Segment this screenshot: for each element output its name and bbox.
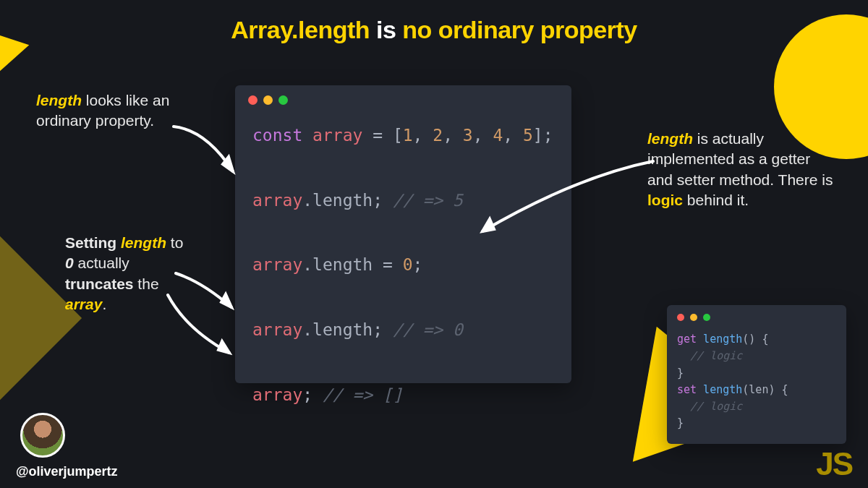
maximize-icon (278, 95, 288, 105)
annotation-right: length is actually implemented as a gett… (647, 129, 835, 210)
annotation-text: the (134, 275, 159, 292)
minimize-icon (263, 95, 273, 105)
page-title: Array.length is no ordinary property (0, 16, 868, 44)
code-block-small: get length() { // logic } set length(len… (667, 321, 846, 442)
minimize-icon (690, 314, 697, 321)
annotation-highlight: length (36, 92, 82, 108)
annotation-text: actually (74, 254, 129, 271)
arrow-icon (161, 289, 240, 361)
window-controls (235, 85, 571, 105)
annotation-text: behind it. (683, 192, 749, 208)
arrow-icon (166, 119, 246, 184)
annotation-text: to (166, 234, 183, 251)
annotation-bold: truncates (65, 275, 134, 292)
annotation-highlight: length (121, 234, 166, 251)
code-window-small: get length() { // logic } set length(len… (667, 305, 846, 444)
annotation-bold: 0 (65, 254, 74, 271)
annotation-text: Setting (65, 234, 121, 251)
close-icon (677, 314, 684, 321)
svg-marker-3 (482, 219, 494, 231)
js-badge: JS (816, 446, 852, 482)
avatar (20, 413, 65, 458)
code-block-main: const array = [1, 2, 3, 4, 5]; array.len… (235, 105, 571, 426)
arrow-icon (474, 155, 662, 242)
title-plain: is (370, 16, 402, 43)
annotation-text: . (102, 296, 106, 312)
title-highlight-2: no ordinary property (402, 16, 637, 43)
title-highlight-1: Array.length (231, 16, 370, 43)
window-controls (667, 305, 846, 321)
annotation-highlight: array (65, 296, 102, 312)
author-handle: @oliverjumpertz (16, 464, 118, 479)
svg-marker-2 (218, 341, 229, 353)
annotation-highlight: length (647, 130, 693, 147)
maximize-icon (703, 314, 710, 321)
close-icon (248, 95, 258, 105)
